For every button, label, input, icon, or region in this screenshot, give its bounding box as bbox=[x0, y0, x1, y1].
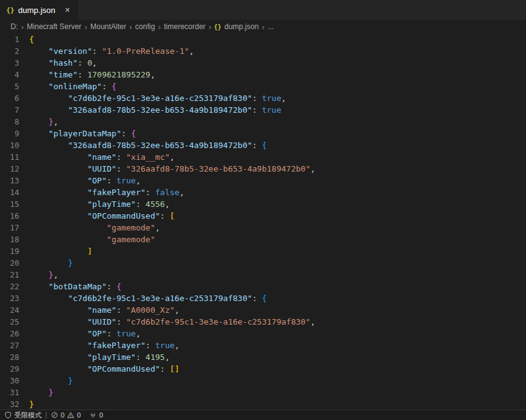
code-text[interactable]: "name": "xia__mc", bbox=[29, 151, 175, 163]
line-number[interactable]: 9 bbox=[0, 128, 29, 139]
code-text[interactable]: } bbox=[29, 387, 53, 398]
code-line[interactable]: 11 "name": "xia__mc", bbox=[0, 151, 526, 163]
code-line[interactable]: 28 "playTime": 4195, bbox=[0, 351, 526, 363]
code-line[interactable]: 2 "version": "1.0-PreRelease-1", bbox=[0, 45, 526, 57]
code-line[interactable]: 24 "name": "A0000_Xz", bbox=[0, 304, 526, 316]
breadcrumb-item-symbols[interactable]: ... bbox=[267, 22, 274, 31]
code-text[interactable]: }, bbox=[29, 269, 58, 281]
line-number[interactable]: 1 bbox=[0, 33, 29, 45]
line-number[interactable]: 8 bbox=[0, 116, 29, 128]
line-number[interactable]: 12 bbox=[0, 163, 29, 175]
breadcrumb-item-drive[interactable]: D: bbox=[10, 22, 19, 31]
code-text[interactable]: "326aafd8-78b5-32ee-b653-4a9b189472b0": … bbox=[29, 104, 281, 116]
line-number[interactable]: 14 bbox=[0, 186, 29, 198]
code-editor[interactable]: 1{2 "version": "1.0-PreRelease-1",3 "has… bbox=[0, 33, 526, 409]
code-text[interactable]: } bbox=[29, 257, 72, 269]
code-line[interactable]: 16 "OPCommandUsed": [ bbox=[0, 210, 526, 222]
code-text[interactable]: { bbox=[29, 33, 34, 45]
code-line[interactable]: 30 } bbox=[0, 375, 526, 387]
code-text[interactable]: "fakePlayer": false, bbox=[29, 186, 184, 198]
code-line[interactable]: 14 "fakePlayer": false, bbox=[0, 186, 526, 198]
line-number[interactable]: 29 bbox=[0, 363, 29, 375]
code-line[interactable]: 31 } bbox=[0, 387, 526, 398]
line-number[interactable]: 27 bbox=[0, 339, 29, 351]
line-number[interactable]: 31 bbox=[0, 387, 29, 398]
code-text[interactable]: "326aafd8-78b5-32ee-b653-4a9b189472b0": … bbox=[29, 139, 267, 151]
line-number[interactable]: 23 bbox=[0, 292, 29, 304]
code-line[interactable]: 26 "OP": true, bbox=[0, 328, 526, 339]
code-text[interactable]: }, bbox=[29, 116, 58, 128]
code-line[interactable]: 32} bbox=[0, 398, 526, 409]
breadcrumb-item-timerecorder[interactable]: timerecorder bbox=[163, 22, 206, 31]
code-line[interactable]: 22 "botDataMap": { bbox=[0, 281, 526, 292]
code-text[interactable]: "UUID": "326aafd8-78b5-32ee-b653-4a9b189… bbox=[29, 163, 315, 175]
line-number[interactable]: 11 bbox=[0, 151, 29, 163]
code-line[interactable]: 3 "hash": 0, bbox=[0, 57, 526, 69]
code-text[interactable]: "playerDataMap": { bbox=[29, 128, 136, 139]
code-text[interactable]: "onlineMap": { bbox=[29, 81, 116, 92]
code-text[interactable]: "gamemode" bbox=[29, 234, 156, 245]
problems-button[interactable]: 0 0 bbox=[46, 410, 85, 420]
code-text[interactable]: "fakePlayer": true, bbox=[29, 339, 180, 351]
breadcrumb-item-minecraft-server[interactable]: Minecraft Server bbox=[26, 22, 82, 31]
line-number[interactable]: 28 bbox=[0, 351, 29, 363]
line-number[interactable]: 30 bbox=[0, 375, 29, 387]
code-text[interactable]: "hash": 0, bbox=[29, 57, 97, 69]
breadcrumb-item-config[interactable]: config bbox=[134, 22, 156, 31]
code-line[interactable]: 17 "gamemode", bbox=[0, 222, 526, 234]
code-text[interactable]: "botDataMap": { bbox=[29, 281, 121, 292]
line-number[interactable]: 22 bbox=[0, 281, 29, 292]
code-line[interactable]: 7 "326aafd8-78b5-32ee-b653-4a9b189472b0"… bbox=[0, 104, 526, 116]
code-line[interactable]: 12 "UUID": "326aafd8-78b5-32ee-b653-4a9b… bbox=[0, 163, 526, 175]
line-number[interactable]: 15 bbox=[0, 198, 29, 210]
line-number[interactable]: 32 bbox=[0, 398, 29, 409]
code-line[interactable]: 25 "UUID": "c7d6b2fe-95c1-3e3e-a16e-c253… bbox=[0, 316, 526, 328]
line-number[interactable]: 10 bbox=[0, 139, 29, 151]
code-line[interactable]: 23 "c7d6b2fe-95c1-3e3e-a16e-c253179af830… bbox=[0, 292, 526, 304]
line-number[interactable]: 17 bbox=[0, 222, 29, 234]
code-text[interactable]: } bbox=[29, 375, 72, 387]
code-text[interactable]: "gamemode", bbox=[29, 222, 160, 234]
code-text[interactable]: "version": "1.0-PreRelease-1", bbox=[29, 45, 194, 57]
code-text[interactable]: "OP": true, bbox=[29, 175, 141, 186]
code-line[interactable]: 19 ] bbox=[0, 245, 526, 257]
restricted-mode-button[interactable]: 受限模式 bbox=[0, 410, 46, 420]
code-line[interactable]: 21 }, bbox=[0, 269, 526, 281]
code-line[interactable]: 5 "onlineMap": { bbox=[0, 81, 526, 92]
code-line[interactable]: 27 "fakePlayer": true, bbox=[0, 339, 526, 351]
code-line[interactable]: 1{ bbox=[0, 33, 526, 45]
code-text[interactable]: "name": "A0000_Xz", bbox=[29, 304, 180, 316]
code-text[interactable]: "OPCommandUsed": [ bbox=[29, 210, 175, 222]
code-text[interactable]: "UUID": "c7d6b2fe-95c1-3e3e-a16e-c253179… bbox=[29, 316, 315, 328]
code-text[interactable]: "c7d6b2fe-95c1-3e3e-a16e-c253179af830": … bbox=[29, 92, 286, 104]
line-number[interactable]: 5 bbox=[0, 81, 29, 92]
code-text[interactable]: "c7d6b2fe-95c1-3e3e-a16e-c253179af830": … bbox=[29, 292, 267, 304]
code-line[interactable]: 4 "time": 1709621895229, bbox=[0, 69, 526, 81]
code-line[interactable]: 20 } bbox=[0, 257, 526, 269]
line-number[interactable]: 20 bbox=[0, 257, 29, 269]
code-line[interactable]: 9 "playerDataMap": { bbox=[0, 128, 526, 139]
line-number[interactable]: 13 bbox=[0, 175, 29, 186]
line-number[interactable]: 26 bbox=[0, 328, 29, 339]
code-line[interactable]: 6 "c7d6b2fe-95c1-3e3e-a16e-c253179af830"… bbox=[0, 92, 526, 104]
line-number[interactable]: 6 bbox=[0, 92, 29, 104]
line-number[interactable]: 16 bbox=[0, 210, 29, 222]
code-text[interactable]: "OP": true, bbox=[29, 328, 141, 339]
line-number[interactable]: 18 bbox=[0, 234, 29, 245]
line-number[interactable]: 3 bbox=[0, 57, 29, 69]
code-text[interactable]: "playTime": 4195, bbox=[29, 351, 170, 363]
line-number[interactable]: 19 bbox=[0, 245, 29, 257]
code-line[interactable]: 29 "OPCommandUsed": [] bbox=[0, 363, 526, 375]
ports-button[interactable]: 0 bbox=[85, 410, 107, 420]
breadcrumb-item-mountalter[interactable]: MountAlter bbox=[90, 22, 127, 31]
line-number[interactable]: 21 bbox=[0, 269, 29, 281]
code-line[interactable]: 13 "OP": true, bbox=[0, 175, 526, 186]
line-number[interactable]: 2 bbox=[0, 45, 29, 57]
code-line[interactable]: 8 }, bbox=[0, 116, 526, 128]
code-text[interactable]: } bbox=[29, 398, 34, 409]
line-number[interactable]: 24 bbox=[0, 304, 29, 316]
code-text[interactable]: "time": 1709621895229, bbox=[29, 69, 156, 81]
tab-dump-json[interactable]: {} dump.json ✕ bbox=[0, 0, 79, 20]
code-line[interactable]: 10 "326aafd8-78b5-32ee-b653-4a9b189472b0… bbox=[0, 139, 526, 151]
code-text[interactable]: "playTime": 4556, bbox=[29, 198, 170, 210]
